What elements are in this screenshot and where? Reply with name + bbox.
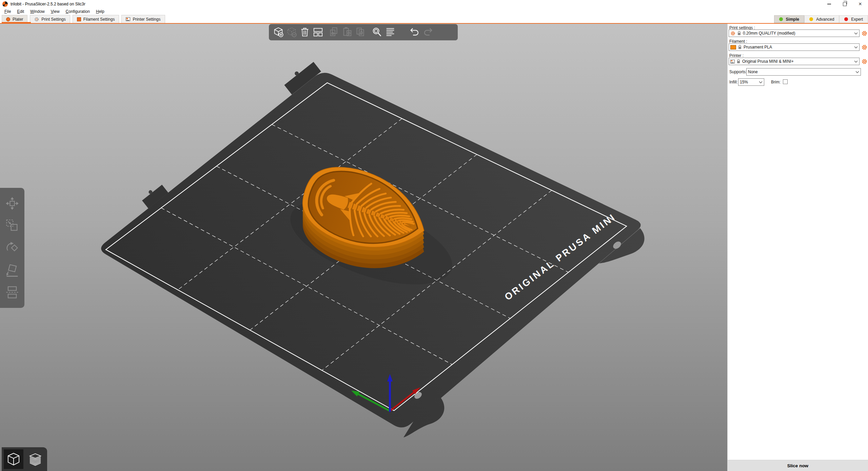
tab-printer-settings[interactable]: Printer Settings <box>121 15 165 23</box>
filament-color-swatch <box>730 45 736 50</box>
search-icon[interactable] <box>371 26 383 38</box>
viewport-3d[interactable]: ORIGINAL PRUSA MINI <box>0 24 727 471</box>
delete-model-icon <box>285 26 298 38</box>
menu-bar: File Edit Window View Configuration Help <box>0 8 868 15</box>
filament-value: Prusament PLA <box>744 45 852 50</box>
menu-edit[interactable]: Edit <box>14 8 27 15</box>
menu-help[interactable]: Help <box>93 8 107 15</box>
minimize-icon <box>827 4 831 4</box>
simple-mode-dot-icon <box>779 17 783 21</box>
chevron-down-icon <box>855 71 859 73</box>
print-profile-gear-icon <box>730 31 735 36</box>
preview-icon[interactable] <box>25 449 45 469</box>
lock-icon <box>737 31 741 36</box>
expert-mode-dot-icon <box>844 17 848 21</box>
menu-file[interactable]: File <box>1 8 14 15</box>
window-title: trilobit - PrusaSlicer-2.5.2 based on Sl… <box>11 2 85 6</box>
plater-icon <box>6 17 10 21</box>
delete-all-icon[interactable] <box>299 26 311 38</box>
advanced-mode-dot-icon <box>809 17 813 21</box>
menu-window[interactable]: Window <box>27 8 48 15</box>
settings-sidebar: Print settings : 0.20mm QUALITY (modifie… <box>727 24 868 471</box>
edit-print-settings-button[interactable] <box>861 30 867 36</box>
title-bar: trilobit - PrusaSlicer-2.5.2 based on Sl… <box>0 0 868 8</box>
print-settings-gear-icon <box>34 17 39 22</box>
brim-checkbox[interactable] <box>783 79 788 84</box>
chevron-down-icon <box>759 81 763 83</box>
restore-button[interactable] <box>837 0 852 8</box>
add-model-icon[interactable] <box>272 26 284 38</box>
scale-icon[interactable] <box>3 217 21 234</box>
chevron-down-icon <box>854 32 858 35</box>
infill-value: 15% <box>740 80 757 84</box>
filament-combo[interactable]: Prusament PLA <box>729 43 860 51</box>
redo-icon <box>422 26 434 38</box>
cut-icon[interactable] <box>3 283 21 301</box>
mode-simple-button[interactable]: Simple <box>774 15 804 23</box>
tab-bar: Plater Print Settings Filament Settings … <box>0 15 868 23</box>
menu-configuration[interactable]: Configuration <box>63 8 93 15</box>
mode-advanced-button[interactable]: Advanced <box>804 15 839 23</box>
supports-label: Supports: <box>729 70 747 74</box>
menu-view[interactable]: View <box>48 8 63 15</box>
infill-combo[interactable]: 15% <box>738 78 764 86</box>
minimize-button[interactable] <box>821 0 837 8</box>
gear-icon <box>862 44 867 50</box>
view-switch <box>2 447 47 471</box>
slice-now-button[interactable]: Slice now <box>728 460 868 471</box>
close-button[interactable]: × <box>852 0 868 8</box>
undo-icon[interactable] <box>409 26 421 38</box>
arrange-icon[interactable] <box>312 26 324 38</box>
place-on-face-icon[interactable] <box>3 261 21 279</box>
printer-icon <box>730 60 735 63</box>
filament-label: Filament : <box>729 39 747 44</box>
prusaslicer-window: trilobit - PrusaSlicer-2.5.2 based on Sl… <box>0 0 868 471</box>
gear-icon <box>862 31 867 36</box>
gear-icon <box>862 59 867 64</box>
paste-icon <box>341 26 354 38</box>
scene-canvas[interactable]: ORIGINAL PRUSA MINI <box>0 24 727 471</box>
copy-icon <box>328 26 340 38</box>
tab-filament-settings[interactable]: Filament Settings <box>73 15 119 23</box>
printer-combo[interactable]: Original Prusa MINI & MINI+ <box>729 58 860 65</box>
mode-expert-button[interactable]: Expert <box>839 15 868 23</box>
printer-value: Original Prusa MINI & MINI+ <box>742 59 852 64</box>
edit-printer-button[interactable] <box>861 58 867 64</box>
active-tab-underline <box>2 22 31 23</box>
infill-label: Infill: <box>729 80 738 84</box>
left-toolbar <box>0 188 24 308</box>
rotate-icon[interactable] <box>3 239 21 257</box>
editor-view-icon[interactable] <box>4 449 23 469</box>
printer-icon <box>126 17 130 21</box>
variable-layer-height-icon[interactable] <box>384 26 396 38</box>
printer-label: Printer : <box>729 53 744 58</box>
close-icon: × <box>859 1 862 7</box>
app-logo-icon <box>2 1 8 7</box>
chevron-down-icon <box>854 60 858 63</box>
add-instance-icon <box>355 26 367 38</box>
move-icon[interactable] <box>3 195 21 212</box>
lock-icon <box>736 59 741 64</box>
supports-combo[interactable]: None <box>746 68 861 76</box>
tab-print-settings[interactable]: Print Settings <box>30 15 70 23</box>
restore-icon <box>843 2 847 6</box>
print-settings-value: 0.20mm QUALITY (modified) <box>743 31 852 36</box>
brim-label: Brim: <box>771 80 781 84</box>
filament-icon <box>77 17 81 21</box>
accent-separator <box>0 23 868 24</box>
print-settings-combo[interactable]: 0.20mm QUALITY (modified) <box>729 30 860 37</box>
lock-icon <box>738 45 742 50</box>
supports-value: None <box>748 70 854 74</box>
top-toolbar <box>269 24 458 40</box>
chevron-down-icon <box>854 46 858 48</box>
edit-filament-button[interactable] <box>861 44 867 50</box>
